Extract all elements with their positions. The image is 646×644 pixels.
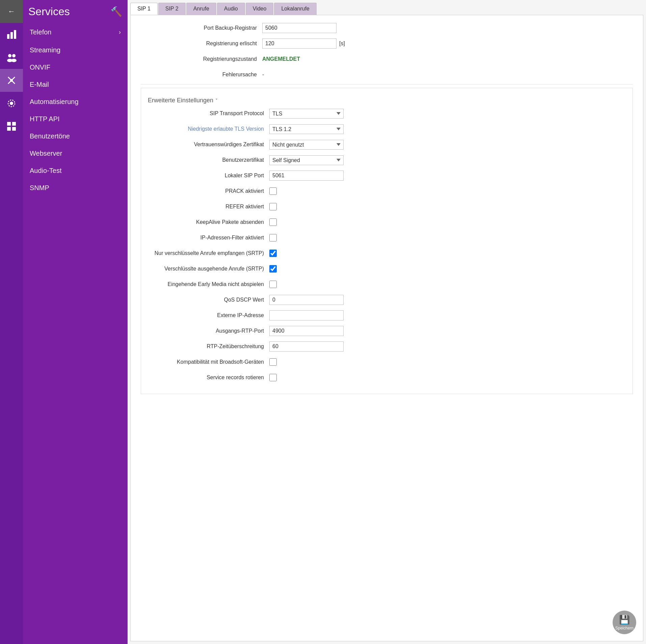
qos-dscp-input[interactable]	[269, 295, 344, 305]
main-content: SIP 1 SIP 2 Anrufe Audio Video Lokalanru…	[128, 0, 646, 644]
tools-icon	[6, 75, 17, 85]
grid-icon	[7, 122, 16, 131]
sidebar-item-snmp[interactable]: SNMP	[23, 179, 128, 197]
settings-icon	[6, 98, 17, 108]
wrench-icon: 🔨	[110, 6, 122, 17]
content-panel: Port Backup-Registrar Registrierung erli…	[130, 15, 643, 641]
advanced-header[interactable]: Erweiterte Einstellungen ˅	[148, 97, 626, 104]
nur-verschluesselt-checkbox[interactable]	[269, 250, 277, 257]
rtp-zeit-label: RTP-Zeitüberschreitung	[148, 343, 269, 350]
registrierung-erlischt-input[interactable]	[262, 38, 337, 49]
fehlerursache-value: -	[262, 72, 264, 78]
svg-point-4	[12, 54, 16, 57]
sip-transport-select[interactable]: TLS UDP TCP	[269, 109, 344, 119]
port-backup-input[interactable]	[262, 23, 337, 33]
port-backup-row: Port Backup-Registrar	[141, 22, 633, 34]
ausgangs-rtp-row: Ausgangs-RTP-Port	[148, 325, 626, 337]
tls-version-select[interactable]: TLS 1.2 TLS 1.0 TLS 1.1	[269, 124, 344, 134]
chart-nav-icon[interactable]	[0, 23, 23, 46]
keepalive-checkbox[interactable]	[269, 218, 277, 226]
users-nav-icon[interactable]	[0, 46, 23, 69]
registrierungszustand-row: Registrierungszustand ANGEMELDET	[141, 53, 633, 65]
keepalive-label: KeepAlive Pakete absenden	[148, 219, 269, 225]
users-icon	[6, 52, 17, 62]
tab-sip2[interactable]: SIP 2	[158, 3, 186, 15]
broadsoft-row: Kompatibilität mit Broadsoft-Geräten	[148, 356, 626, 368]
keepalive-row: KeepAlive Pakete absenden	[148, 216, 626, 228]
lokaler-sip-row: Lokaler SIP Port	[148, 170, 626, 182]
sidebar-item-automatisierung[interactable]: Automatisierung	[23, 93, 128, 110]
sidebar-header: Services 🔨	[23, 0, 128, 23]
ip-filter-checkbox[interactable]	[269, 234, 277, 241]
prack-label: PRACK aktiviert	[148, 188, 269, 194]
sidebar-section-telefon[interactable]: Telefon ›	[23, 23, 128, 42]
sidebar-item-http-api[interactable]: HTTP API	[23, 110, 128, 128]
svg-point-10	[10, 102, 13, 105]
sidebar-item-streaming[interactable]: Streaming	[23, 42, 128, 59]
ip-filter-label: IP-Adressen-Filter aktiviert	[148, 235, 269, 241]
sidebar-item-onvif[interactable]: ONVIF	[23, 59, 128, 76]
port-backup-label: Port Backup-Registrar	[141, 25, 262, 31]
svg-rect-14	[7, 127, 11, 131]
chevron-down-icon: ˅	[215, 98, 218, 103]
broadsoft-checkbox[interactable]	[269, 358, 277, 366]
ausgangs-rtp-label: Ausgangs-RTP-Port	[148, 328, 269, 334]
early-media-label: Eingehende Early Media nicht abspielen	[148, 281, 269, 287]
lokaler-sip-input[interactable]	[269, 171, 344, 181]
chart-icon	[6, 29, 17, 40]
lokaler-sip-label: Lokaler SIP Port	[148, 173, 269, 179]
tab-video[interactable]: Video	[246, 3, 274, 15]
fehlerursache-row: Fehlerursache -	[141, 69, 633, 81]
svg-rect-15	[12, 127, 16, 131]
tab-anrufe[interactable]: Anrufe	[186, 3, 216, 15]
refer-checkbox[interactable]	[269, 203, 277, 210]
rtp-zeit-row: RTP-Zeitüberschreitung	[148, 340, 626, 353]
sip-transport-row: SIP Transport Protocol TLS UDP TCP	[148, 107, 626, 120]
early-media-row: Eingehende Early Media nicht abspielen	[148, 278, 626, 290]
prack-checkbox[interactable]	[269, 187, 277, 195]
save-button[interactable]: 💾 Speichern	[613, 611, 636, 634]
vertrauens-row: Vertrauenswürdiges Zertifikat Nicht genu…	[148, 138, 626, 151]
registrierung-erlischt-label: Registrierung erlischt	[141, 41, 262, 47]
verschluesselt-ausgehend-row: Verschlüsslte ausgehende Anrufe (SRTP)	[148, 263, 626, 275]
early-media-checkbox[interactable]	[269, 281, 277, 288]
grid-nav-icon[interactable]	[0, 115, 23, 138]
verschluesselt-ausgehend-label: Verschlüsslte ausgehende Anrufe (SRTP)	[148, 266, 269, 272]
sip-transport-label: SIP Transport Protocol	[148, 110, 269, 117]
sidebar-item-email[interactable]: E-Mail	[23, 76, 128, 93]
fehlerursache-label: Fehlerursache	[141, 72, 262, 78]
externe-ip-input[interactable]	[269, 310, 344, 320]
svg-rect-2	[14, 30, 16, 39]
tab-sip1[interactable]: SIP 1	[130, 3, 158, 15]
tab-lokalanrufe[interactable]: Lokalanrufe	[274, 3, 317, 15]
sidebar-telefon-arrow: ›	[119, 29, 121, 36]
svg-rect-13	[12, 122, 16, 126]
service-records-checkbox[interactable]	[269, 374, 277, 381]
qos-dscp-row: QoS DSCP Wert	[148, 294, 626, 306]
tab-audio[interactable]: Audio	[217, 3, 245, 15]
back-icon: ←	[8, 7, 15, 16]
prack-row: PRACK aktiviert	[148, 185, 626, 197]
nur-verschluesselt-label: Nur verschlüsselte Anrufe empfangen (SRT…	[148, 250, 269, 256]
sidebar-telefon-label: Telefon	[30, 28, 52, 36]
registrierung-erlischt-row: Registrierung erlischt [s]	[141, 37, 633, 50]
tools-nav-icon[interactable]	[0, 69, 23, 92]
refer-row: REFER aktiviert	[148, 201, 626, 213]
ip-filter-row: IP-Adressen-Filter aktiviert	[148, 232, 626, 244]
advanced-header-label: Erweiterte Einstellungen	[148, 97, 213, 104]
settings-nav-icon[interactable]	[0, 92, 23, 115]
benutzerzertifikat-select[interactable]: Self Signed	[269, 155, 344, 165]
sidebar-item-benutzertone[interactable]: Benutzertöne	[23, 128, 128, 145]
registrierungszustand-value: ANGEMELDET	[262, 56, 300, 62]
svg-point-3	[8, 54, 11, 57]
svg-rect-0	[7, 34, 9, 39]
broadsoft-label: Kompatibilität mit Broadsoft-Geräten	[148, 359, 269, 365]
verschluesselt-ausgehend-checkbox[interactable]	[269, 265, 277, 273]
back-button[interactable]: ←	[0, 0, 23, 23]
sidebar-item-audio-test[interactable]: Audio-Test	[23, 162, 128, 179]
vertrauens-select[interactable]: Nicht genutzt	[269, 140, 344, 150]
svg-rect-1	[10, 32, 13, 39]
ausgangs-rtp-input[interactable]	[269, 326, 344, 336]
sidebar-item-webserver[interactable]: Webserver	[23, 145, 128, 162]
rtp-zeit-input[interactable]	[269, 341, 344, 352]
